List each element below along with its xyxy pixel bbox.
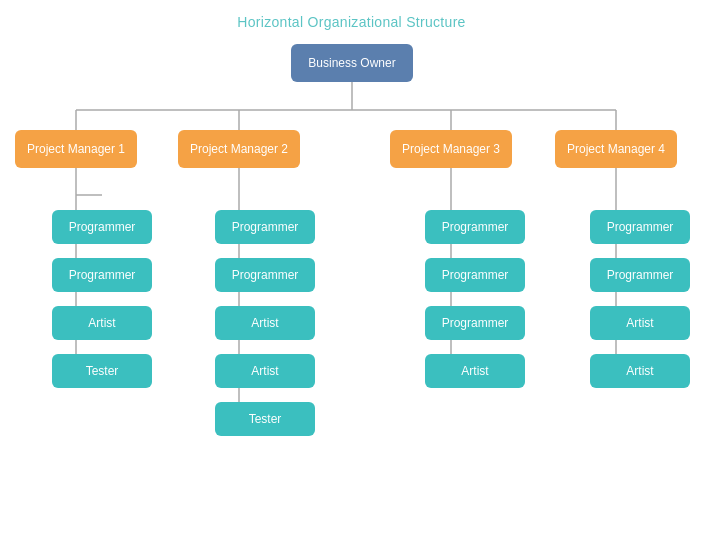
node-p4-2[interactable]: Programmer: [590, 258, 690, 292]
node-p4-4[interactable]: Artist: [590, 354, 690, 388]
node-p4-3[interactable]: Artist: [590, 306, 690, 340]
node-p2-4[interactable]: Artist: [215, 354, 315, 388]
node-p1-1[interactable]: Programmer: [52, 210, 152, 244]
node-p2-1[interactable]: Programmer: [215, 210, 315, 244]
node-p2-2[interactable]: Programmer: [215, 258, 315, 292]
chart-container: Horizontal Organizational Structure: [0, 0, 703, 537]
chart-title: Horizontal Organizational Structure: [0, 0, 703, 30]
node-pm2[interactable]: Project Manager 2: [178, 130, 300, 168]
node-p1-2[interactable]: Programmer: [52, 258, 152, 292]
node-p1-4[interactable]: Tester: [52, 354, 152, 388]
node-pm1[interactable]: Project Manager 1: [15, 130, 137, 168]
node-p2-3[interactable]: Artist: [215, 306, 315, 340]
node-p3-3[interactable]: Programmer: [425, 306, 525, 340]
node-p4-1[interactable]: Programmer: [590, 210, 690, 244]
node-pm4[interactable]: Project Manager 4: [555, 130, 677, 168]
node-p3-4[interactable]: Artist: [425, 354, 525, 388]
node-p2-5[interactable]: Tester: [215, 402, 315, 436]
node-p3-2[interactable]: Programmer: [425, 258, 525, 292]
node-p3-1[interactable]: Programmer: [425, 210, 525, 244]
node-p1-3[interactable]: Artist: [52, 306, 152, 340]
node-pm3[interactable]: Project Manager 3: [390, 130, 512, 168]
node-business-owner[interactable]: Business Owner: [291, 44, 413, 82]
